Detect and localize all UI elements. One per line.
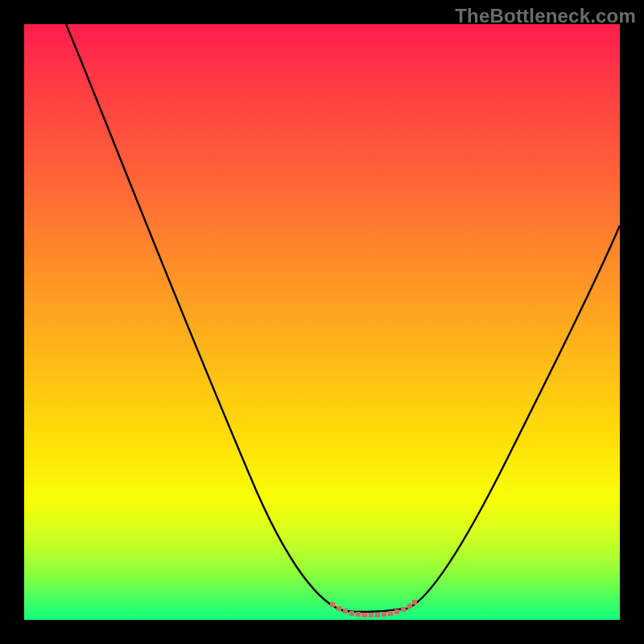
svg-rect-6	[375, 613, 380, 617]
svg-rect-1	[343, 609, 348, 613]
chart-frame: TheBottleneck.com	[0, 0, 644, 644]
svg-rect-2	[349, 611, 354, 616]
svg-rect-13	[330, 602, 335, 607]
curve-svg	[24, 24, 620, 620]
svg-rect-8	[388, 611, 393, 616]
svg-rect-9	[394, 609, 399, 614]
svg-rect-3	[356, 612, 361, 617]
svg-rect-5	[369, 613, 374, 617]
svg-rect-4	[362, 613, 367, 617]
bottleneck-curve	[66, 24, 620, 612]
plot-area	[24, 24, 620, 620]
valley-marker	[330, 600, 417, 617]
svg-rect-11	[407, 604, 412, 609]
svg-rect-10	[401, 607, 406, 612]
svg-rect-7	[382, 612, 386, 617]
svg-rect-12	[412, 600, 417, 605]
svg-rect-0	[336, 606, 341, 611]
